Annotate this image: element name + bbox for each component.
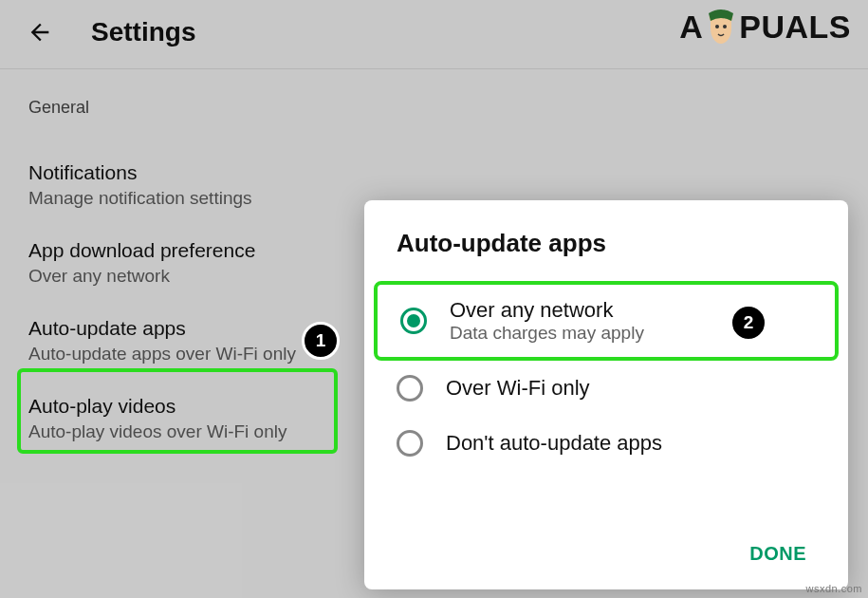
page-title: Settings xyxy=(91,17,195,47)
radio-title: Don't auto-update apps xyxy=(446,431,662,456)
radio-group: Over any network Data charges may apply … xyxy=(364,277,848,475)
radio-icon xyxy=(397,375,423,402)
dialog-footer: DONE xyxy=(736,533,820,574)
annotation-badge-1: 1 xyxy=(302,322,340,360)
logo-mascot-icon xyxy=(705,8,737,46)
section-label-general: General xyxy=(28,98,840,118)
svg-point-1 xyxy=(723,25,727,28)
done-button[interactable]: DONE xyxy=(736,533,820,574)
radio-title: Over any network xyxy=(450,298,644,323)
svg-point-0 xyxy=(715,25,719,28)
radio-title: Over Wi-Fi only xyxy=(446,376,590,401)
logo-suffix: PUALS xyxy=(739,9,851,46)
radio-icon xyxy=(397,430,423,457)
radio-icon xyxy=(400,308,427,334)
radio-option-dont-update[interactable]: Don't auto-update apps xyxy=(364,416,848,471)
radio-option-any-network[interactable]: Over any network Data charges may apply xyxy=(374,281,839,361)
dialog-title: Auto-update apps xyxy=(364,229,848,277)
radio-sub: Data charges may apply xyxy=(450,323,644,344)
watermark: wsxdn.com xyxy=(805,583,862,594)
appuals-logo: A PUALS xyxy=(679,8,851,46)
setting-title: Notifications xyxy=(28,161,840,184)
auto-update-dialog: Auto-update apps Over any network Data c… xyxy=(364,200,848,589)
annotation-badge-2: 2 xyxy=(729,304,767,342)
radio-option-wifi-only[interactable]: Over Wi-Fi only xyxy=(364,361,848,416)
back-arrow-icon[interactable] xyxy=(27,19,53,46)
logo-prefix: A xyxy=(679,9,703,46)
